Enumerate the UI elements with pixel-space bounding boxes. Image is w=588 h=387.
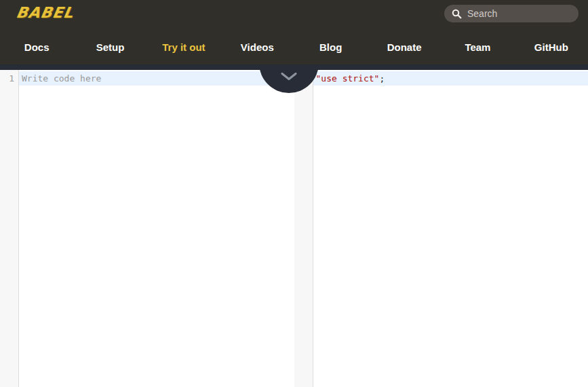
repl-editors: 1 Write code here "use strict"; (0, 70, 588, 387)
editor-placeholder-text: Write code here (22, 73, 101, 84)
source-active-line: Write code here (19, 71, 294, 86)
nav-item-blog[interactable]: Blog (294, 41, 368, 53)
search-icon (452, 9, 462, 19)
source-editor-gutter: 1 (0, 70, 19, 387)
nav-item-setup[interactable]: Setup (73, 41, 146, 53)
output-punctuation-token: ; (379, 73, 385, 84)
search-input[interactable] (462, 8, 588, 19)
nav-item-team[interactable]: Team (441, 41, 514, 53)
source-editor-input[interactable]: Write code here (19, 70, 294, 387)
repl-options-strip (0, 64, 588, 70)
line-number: 1 (0, 71, 14, 86)
nav-item-github[interactable]: GitHub (515, 41, 588, 53)
search-box (444, 5, 579, 22)
chevron-down-icon (280, 72, 298, 81)
nav-item-donate[interactable]: Donate (368, 41, 441, 53)
output-editor-content[interactable]: "use strict"; (313, 70, 588, 387)
babel-logo[interactable]: BABEL (15, 4, 75, 21)
header: BABEL Docs Setup Try it out Videos Blog … (0, 0, 588, 64)
nav-item-try-it-out[interactable]: Try it out (147, 41, 220, 53)
output-active-line: "use strict"; (313, 71, 588, 86)
output-editor-pane: "use strict"; (294, 70, 588, 387)
nav-item-docs[interactable]: Docs (0, 41, 73, 53)
source-editor-pane: 1 Write code here (0, 70, 294, 387)
nav-item-videos[interactable]: Videos (220, 41, 294, 53)
output-editor-gutter (294, 70, 313, 387)
output-string-token: "use strict" (316, 73, 380, 84)
main-nav: Docs Setup Try it out Videos Blog Donate… (0, 30, 588, 64)
